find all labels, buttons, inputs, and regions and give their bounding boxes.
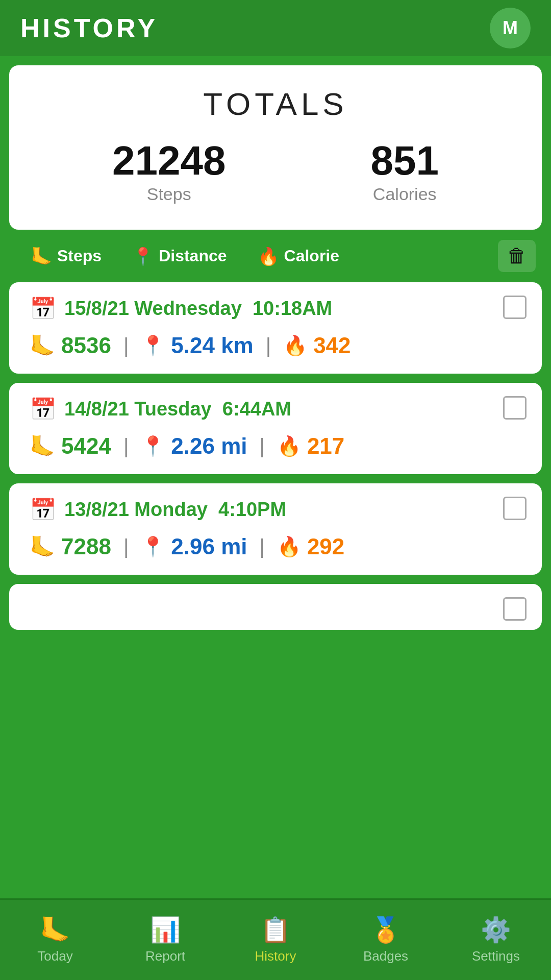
card-date-text-2: 13/8/21 Monday 4:10PM [64, 499, 286, 521]
stat-distance-1: 📍 2.26 mi [141, 433, 247, 459]
card-date-row-1: 📅 14/8/21 Tuesday 6:44AM [30, 398, 521, 420]
cal-icon-0: 🔥 [283, 334, 307, 357]
totals-card: TOTALS 21248 Steps 851 Calories [9, 65, 542, 230]
filter-steps-button[interactable]: 🦶 Steps [15, 241, 117, 272]
card-checkbox-3[interactable] [503, 597, 527, 621]
footsteps-icon: 🦶 [31, 246, 52, 266]
cal-value-1: 217 [307, 433, 344, 459]
history-card-3 [9, 584, 542, 630]
totals-numbers: 21248 Steps 851 Calories [40, 137, 511, 204]
stat-calories-2: 🔥 292 [277, 534, 344, 559]
steps-icon-0: 🦶 [30, 334, 55, 358]
nav-today-label: Today [37, 948, 72, 964]
filter-distance-button[interactable]: 📍 Distance [117, 241, 242, 272]
steps-icon-2: 🦶 [30, 535, 55, 559]
dist-icon-0: 📍 [141, 334, 165, 357]
avatar[interactable]: M [490, 8, 531, 48]
totals-steps-value: 21248 [112, 137, 226, 184]
totals-steps-label: Steps [147, 184, 191, 204]
dist-value-2: 2.96 mi [171, 534, 247, 559]
stat-steps-0: 🦶 8536 [30, 333, 111, 358]
totals-calories: 851 Calories [370, 137, 438, 204]
totals-title: TOTALS [40, 86, 511, 122]
nav-badges[interactable]: 🏅 Badges [331, 916, 441, 964]
bottom-nav: 🦶 Today 📊 Report 📋 History 🏅 Badges ⚙️ S… [0, 898, 551, 980]
badges-icon: 🏅 [370, 916, 401, 944]
card-date-text-0: 15/8/21 Wednesday 10:18AM [64, 298, 332, 320]
steps-icon-1: 🦶 [30, 434, 55, 458]
settings-icon: ⚙️ [481, 916, 511, 944]
totals-steps: 21248 Steps [112, 137, 226, 204]
stat-calories-1: 🔥 217 [277, 433, 344, 459]
card-date-text-1: 14/8/21 Tuesday 6:44AM [64, 398, 291, 420]
calendar-icon-2: 📅 [30, 499, 56, 521]
steps-value-0: 8536 [61, 333, 111, 358]
cal-value-0: 342 [313, 333, 350, 358]
stat-steps-1: 🦶 5424 [30, 433, 111, 459]
history-list: 📅 15/8/21 Wednesday 10:18AM 🦶 8536 | 📍 5… [0, 282, 551, 630]
distance-icon: 📍 [132, 246, 154, 266]
report-icon: 📊 [150, 916, 181, 944]
dist-value-1: 2.26 mi [171, 433, 247, 459]
history-card-0: 📅 15/8/21 Wednesday 10:18AM 🦶 8536 | 📍 5… [9, 282, 542, 374]
history-card-2: 📅 13/8/21 Monday 4:10PM 🦶 7288 | 📍 2.96 … [9, 483, 542, 575]
nav-settings[interactable]: ⚙️ Settings [441, 916, 551, 964]
card-date-row-2: 📅 13/8/21 Monday 4:10PM [30, 499, 521, 521]
nav-badges-label: Badges [363, 948, 408, 964]
dist-icon-2: 📍 [141, 535, 165, 558]
filter-bar: 🦶 Steps 📍 Distance 🔥 Calorie 🗑 [0, 230, 551, 282]
header: HISTORY M [0, 0, 551, 56]
stat-calories-0: 🔥 342 [283, 333, 350, 358]
stat-distance-0: 📍 5.24 km [141, 333, 253, 358]
steps-value-1: 5424 [61, 433, 111, 459]
dist-value-0: 5.24 km [171, 333, 253, 358]
steps-value-2: 7288 [61, 534, 111, 559]
flame-icon: 🔥 [258, 246, 279, 266]
stat-distance-2: 📍 2.96 mi [141, 534, 247, 559]
page-title: HISTORY [20, 13, 158, 43]
card-stats-row-0: 🦶 8536 | 📍 5.24 km | 🔥 342 [30, 333, 521, 358]
cal-icon-1: 🔥 [277, 435, 301, 457]
history-icon: 📋 [260, 916, 291, 944]
nav-history[interactable]: 📋 History [220, 916, 331, 964]
cal-value-2: 292 [307, 534, 344, 559]
nav-history-label: History [255, 948, 296, 964]
delete-button[interactable]: 🗑 [498, 240, 536, 272]
card-stats-row-1: 🦶 5424 | 📍 2.26 mi | 🔥 217 [30, 433, 521, 459]
today-icon: 🦶 [40, 916, 70, 944]
calendar-icon-1: 📅 [30, 399, 56, 420]
card-date-row-0: 📅 15/8/21 Wednesday 10:18AM [30, 298, 521, 320]
totals-calories-value: 851 [370, 137, 438, 184]
nav-report-label: Report [145, 948, 185, 964]
card-stats-row-2: 🦶 7288 | 📍 2.96 mi | 🔥 292 [30, 534, 521, 559]
nav-report[interactable]: 📊 Report [110, 916, 220, 964]
history-card-1: 📅 14/8/21 Tuesday 6:44AM 🦶 5424 | 📍 2.26… [9, 383, 542, 474]
calendar-icon-0: 📅 [30, 298, 56, 320]
stat-steps-2: 🦶 7288 [30, 534, 111, 559]
filter-calorie-button[interactable]: 🔥 Calorie [242, 241, 355, 272]
card-checkbox-0[interactable] [503, 296, 527, 319]
cal-icon-2: 🔥 [277, 535, 301, 558]
nav-settings-label: Settings [472, 948, 520, 964]
totals-calories-label: Calories [373, 184, 437, 204]
card-checkbox-2[interactable] [503, 497, 527, 520]
dist-icon-1: 📍 [141, 435, 165, 457]
card-checkbox-1[interactable] [503, 396, 527, 420]
nav-today[interactable]: 🦶 Today [0, 916, 110, 964]
